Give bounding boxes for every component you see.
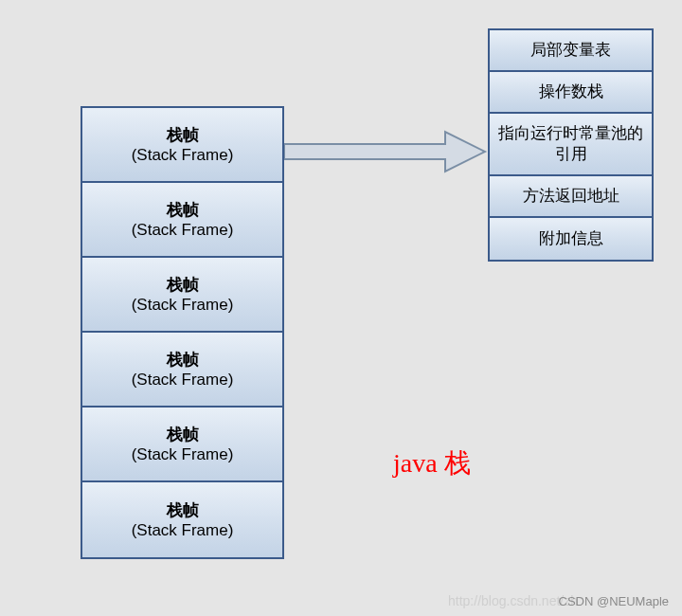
frame-detail-label: 方法返回地址 [523,186,619,207]
caption-label: java 栈 [393,445,471,481]
stack-frame-label-en: (Stack Frame) [132,445,234,464]
arrow-shape [284,132,485,172]
stack-frames-container: 栈帧 (Stack Frame) 栈帧 (Stack Frame) 栈帧 (St… [81,106,284,559]
frame-detail-row: 指向运行时常量池的引用 [490,114,652,176]
stack-frame: 栈帧 (Stack Frame) [82,183,282,258]
stack-frame-label-zh: 栈帧 [167,274,199,296]
frame-detail-label: 局部变量表 [530,40,611,61]
frame-detail-row: 局部变量表 [490,30,652,72]
arrow-icon [284,128,488,175]
stack-frame-label-en: (Stack Frame) [132,146,234,165]
frame-detail-row: 附加信息 [490,218,652,260]
frame-detail-label: 附加信息 [539,228,603,249]
stack-frame-label-en: (Stack Frame) [132,221,234,240]
stack-frame: 栈帧 (Stack Frame) [82,108,282,183]
stack-frame-label-en: (Stack Frame) [132,296,234,315]
stack-frame-label-zh: 栈帧 [167,199,199,221]
frame-detail-row: 操作数栈 [490,72,652,114]
stack-frame: 栈帧 (Stack Frame) [82,408,282,482]
stack-frame-label-zh: 栈帧 [167,349,199,371]
stack-frame-label-zh: 栈帧 [167,124,199,146]
stack-frame-label-zh: 栈帧 [167,499,199,521]
stack-frame: 栈帧 (Stack Frame) [82,258,282,333]
stack-frame: 栈帧 (Stack Frame) [82,482,282,557]
stack-frame: 栈帧 (Stack Frame) [82,333,282,408]
stack-frame-label-en: (Stack Frame) [132,521,234,540]
stack-frame-label-en: (Stack Frame) [132,371,234,390]
frame-detail-label: 指向运行时常量池的引用 [494,123,648,165]
frame-detail-container: 局部变量表 操作数栈 指向运行时常量池的引用 方法返回地址 附加信息 [488,28,654,262]
stack-frame-label-zh: 栈帧 [167,424,199,445]
watermark-csdn: CSDN @NEUMaple [559,594,670,608]
frame-detail-row: 方法返回地址 [490,176,652,218]
frame-detail-label: 操作数栈 [539,82,603,102]
